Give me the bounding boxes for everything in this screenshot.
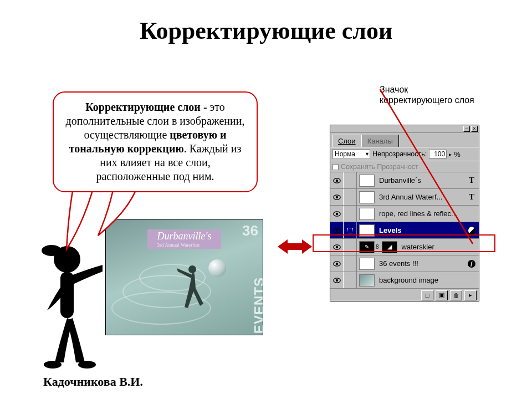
delete-layer-button[interactable]: 🗑 [450,290,462,300]
layers-panel: – × Слои Каналы Норма▼ Непрозрачность: 1… [330,125,479,301]
layer-name[interactable]: Levels [375,226,468,234]
presenter-figure [42,238,105,377]
definition-callout: Корректирующие слои - это дополнительные… [53,91,258,192]
layer-thumbnail [359,274,375,287]
svg-point-19 [335,262,337,264]
layer-name[interactable]: background image [375,276,468,284]
double-arrow-icon [278,238,312,255]
svg-point-1 [42,245,62,256]
visibility-toggle[interactable] [330,206,344,222]
minimize-button[interactable]: – [463,126,470,132]
preview-number: 36 [242,225,258,237]
preview-sidetext: EVENTS [252,277,263,334]
new-layer-button[interactable]: ▣ [436,290,448,300]
visibility-toggle[interactable] [330,222,344,238]
opacity-slider-icon[interactable]: ▸ [449,151,452,157]
opacity-label: Непрозрачность: [372,150,427,158]
visibility-toggle[interactable] [330,239,344,255]
layer-thumbnail [359,208,375,220]
svg-point-4 [78,361,96,369]
layer-row[interactable]: rope, red lines & reflec... [330,206,479,222]
opacity-input[interactable]: 100 [429,150,447,158]
link-cell[interactable] [344,206,357,222]
callout-lead: Корректирующие слои [85,101,201,113]
svg-point-13 [335,212,337,214]
preserve-transparency-checkbox[interactable] [332,164,339,170]
layer-row[interactable]: ✎8◢waterskier [330,239,479,255]
layer-badge [468,226,479,235]
tab-channels[interactable]: Каналы [361,135,399,147]
svg-point-5 [188,265,196,273]
layer-row[interactable]: 36 events !!!f [330,255,479,272]
svg-point-9 [335,179,337,181]
percent-label: % [454,150,461,158]
svg-point-11 [335,196,337,198]
preserve-transparency-label: Сохранять Прозрачност [341,163,418,171]
link-cell[interactable] [344,255,357,272]
layer-row[interactable]: Levels [330,222,479,239]
layer-badge: f [468,260,479,268]
layer-thumbnail [359,224,375,237]
link-cell[interactable] [344,239,357,255]
layer-name[interactable]: Durbanville´s [375,176,468,185]
layer-thumbnail [359,175,375,187]
layer-thumbnail [359,191,375,203]
layer-name[interactable]: 36 events !!! [375,259,468,268]
link-cell[interactable] [344,189,357,205]
layer-name[interactable]: 3rd Annual Waterf... [375,193,468,201]
panel-titlebar: – × [330,125,479,133]
slide-title: Корректирующие слои [0,17,532,45]
layer-badge: T [468,176,479,185]
svg-marker-6 [278,239,312,254]
layer-badge: T [468,192,479,202]
link-cell[interactable] [344,172,357,188]
chevron-down-icon: ▼ [365,151,370,157]
blend-mode-select[interactable]: Норма▼ [332,149,370,159]
panel-menu-button[interactable]: ▸ [464,290,477,300]
tab-layers[interactable]: Слои [332,135,362,147]
layer-mask-thumbnail: ◢ [382,241,397,253]
layer-name[interactable]: waterskier [397,243,468,251]
visibility-toggle[interactable] [330,172,344,188]
layer-thumbnail [359,258,375,270]
svg-point-17 [335,245,337,248]
visibility-toggle[interactable] [330,255,344,272]
visibility-toggle[interactable] [330,189,344,205]
annotation-label: Значок корректирующего слоя [380,84,479,105]
layer-row[interactable]: background image [330,272,479,289]
link-cell[interactable] [344,222,357,238]
layer-row[interactable]: Durbanville´sT [330,172,479,189]
link-cell[interactable] [344,272,357,288]
layer-row[interactable]: 3rd Annual Waterf...T [330,189,479,206]
svg-point-15 [335,229,337,231]
layer-name[interactable]: rope, red lines & reflec... [375,209,468,218]
new-mask-button[interactable]: □ [421,290,433,300]
svg-point-3 [44,361,62,369]
svg-point-21 [335,279,337,281]
visibility-toggle[interactable] [330,272,344,288]
adjustment-layer-icon [468,226,475,235]
layer-thumbnail: ✎ [359,241,375,253]
layers-list: Durbanville´sT3rd Annual Waterf...Trope,… [330,172,479,289]
close-button[interactable]: × [471,126,478,132]
